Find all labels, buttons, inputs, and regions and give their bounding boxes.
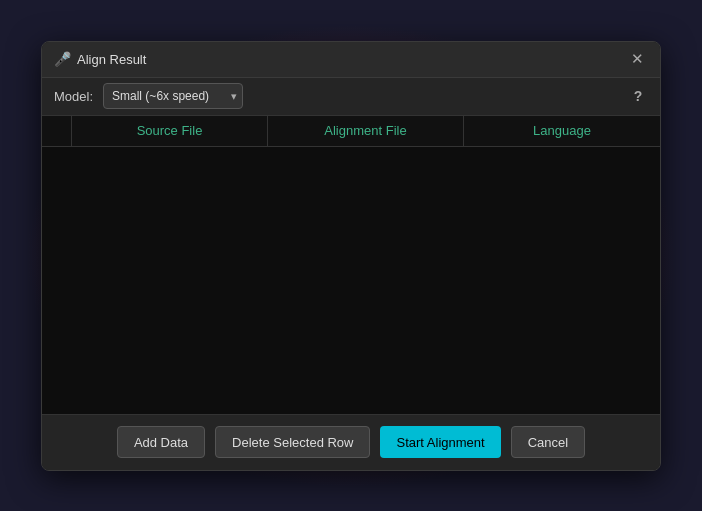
row-num-header	[42, 116, 72, 146]
window-title: Align Result	[77, 52, 146, 67]
start-alignment-button[interactable]: Start Alignment	[380, 426, 500, 458]
cancel-button[interactable]: Cancel	[511, 426, 585, 458]
model-label: Model:	[54, 89, 93, 104]
close-button[interactable]: ✕	[626, 48, 648, 70]
title-bar: 🎤 Align Result ✕	[42, 42, 660, 78]
window-container: 🎤 Align Result ✕ Model: Small (~6x speed…	[41, 41, 661, 471]
data-table: Source File Alignment File Language	[42, 116, 660, 414]
model-select-wrapper: Small (~6x speed) Medium (~2x speed) Lar…	[103, 83, 243, 109]
delete-row-button[interactable]: Delete Selected Row	[215, 426, 370, 458]
table-header: Source File Alignment File Language	[42, 116, 660, 147]
help-button[interactable]: ?	[628, 86, 648, 106]
col-language: Language	[464, 116, 660, 146]
title-left: 🎤 Align Result	[54, 51, 146, 67]
col-alignment-file: Alignment File	[268, 116, 464, 146]
mic-icon: 🎤	[54, 51, 71, 67]
add-data-button[interactable]: Add Data	[117, 426, 205, 458]
dialog-window: 🎤 Align Result ✕ Model: Small (~6x speed…	[41, 41, 661, 471]
toolbar: Model: Small (~6x speed) Medium (~2x spe…	[42, 78, 660, 116]
col-source-file: Source File	[72, 116, 268, 146]
model-select[interactable]: Small (~6x speed) Medium (~2x speed) Lar…	[103, 83, 243, 109]
footer-bar: Add Data Delete Selected Row Start Align…	[42, 414, 660, 470]
table-body	[42, 147, 660, 414]
